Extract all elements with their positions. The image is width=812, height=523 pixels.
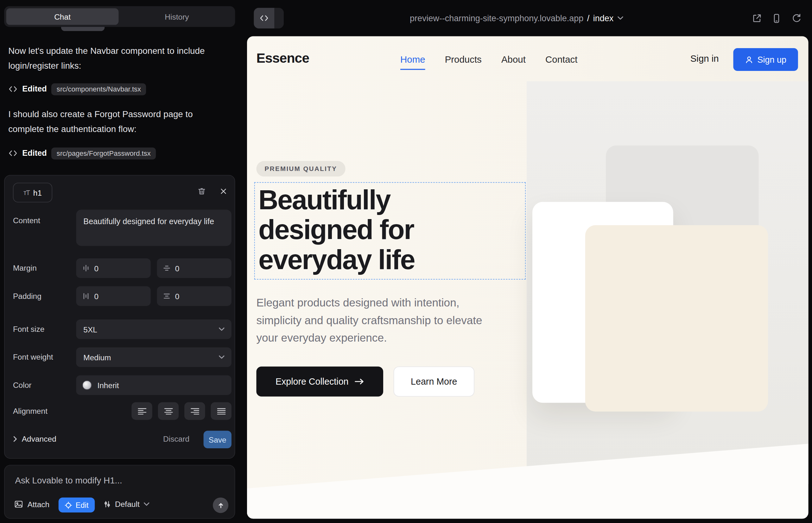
send-icon: [217, 502, 225, 509]
save-button[interactable]: Save: [204, 431, 231, 448]
content-label: Content: [13, 216, 40, 225]
selected-h1-outline[interactable]: Beautifully designed for everyday life: [254, 182, 526, 279]
color-select[interactable]: Inherit: [76, 376, 231, 395]
tab-history[interactable]: History: [121, 8, 233, 25]
element-tag: h1: [33, 188, 42, 197]
chevron-down-icon: [218, 327, 225, 331]
content-input[interactable]: Beautifully designed for everyday life: [76, 210, 231, 246]
chat-message: Now let's update the Navbar component to…: [8, 43, 205, 73]
trash-icon: [197, 186, 207, 196]
margin-vertical-icon: [82, 265, 90, 272]
sign-up-button[interactable]: Sign up: [733, 48, 798, 71]
chevron-down-icon: [143, 502, 149, 506]
site-preview: Essence Home Products About Contact Sign…: [247, 36, 809, 519]
code-toggle-track: [275, 8, 284, 29]
edited-file-row: Edited src/components/Navbar.tsx: [8, 82, 146, 96]
url-separator: /: [587, 13, 590, 23]
element-editor: тT h1 Content Beautifully designed for e…: [4, 175, 235, 459]
nav-link-products[interactable]: Products: [445, 54, 482, 65]
nav-link-about[interactable]: About: [501, 54, 526, 65]
font-weight-label: Font weight: [13, 353, 53, 362]
code-icon: [8, 148, 17, 158]
code-view-toggle[interactable]: [254, 8, 284, 29]
padding-horizontal-value: 0: [175, 292, 180, 301]
chat-message: I should also create a Forgot Password p…: [8, 107, 205, 137]
align-left-button[interactable]: [131, 402, 152, 420]
text-size-icon: тT: [23, 189, 30, 197]
padding-vertical-icon: [82, 292, 90, 300]
advanced-toggle[interactable]: Advanced: [13, 434, 56, 443]
site-logo[interactable]: Essence: [256, 50, 309, 67]
sliders-icon: [103, 500, 111, 508]
font-weight-select[interactable]: Medium: [76, 347, 231, 367]
explore-collection-label: Explore Collection: [276, 376, 349, 387]
margin-vertical-value: 0: [94, 264, 99, 273]
margin-horizontal-input[interactable]: 0: [157, 258, 231, 278]
edit-mode-button[interactable]: Edit: [58, 497, 95, 512]
padding-horizontal-input[interactable]: 0: [157, 286, 231, 306]
edited-file-row: Edited src/pages/ForgotPassword.tsx: [8, 147, 156, 160]
alignment-label: Alignment: [13, 407, 48, 415]
close-icon: [219, 186, 228, 195]
chevron-down-icon: [617, 16, 623, 20]
chat-history-tabbar: Chat History: [4, 6, 235, 27]
mobile-icon[interactable]: [771, 13, 782, 24]
margin-label: Margin: [13, 264, 37, 272]
default-label: Default: [115, 500, 140, 508]
sign-up-label: Sign up: [758, 55, 787, 65]
file-chip[interactable]: src/components/Navbar.tsx: [51, 83, 146, 95]
code-icon: [259, 14, 268, 23]
edited-label: Edited: [22, 148, 47, 158]
toolbar-actions: [752, 13, 802, 24]
delete-element-button[interactable]: [195, 185, 208, 197]
composer[interactable]: Ask Lovable to modify H1... Attach Edit …: [4, 465, 235, 519]
font-weight-value: Medium: [83, 353, 111, 362]
close-editor-button[interactable]: [217, 185, 229, 197]
attach-button[interactable]: Attach: [14, 500, 49, 509]
margin-vertical-input[interactable]: 0: [76, 258, 151, 278]
nav-links: Home Products About Contact: [400, 36, 577, 83]
align-justify-button[interactable]: [211, 402, 231, 420]
align-left-icon: [138, 408, 146, 414]
site-navbar: Essence Home Products About Contact Sign…: [247, 36, 809, 83]
hero-heading[interactable]: Beautifully designed for everyday life: [255, 183, 455, 275]
tab-chat[interactable]: Chat: [6, 8, 119, 25]
margin-horizontal-icon: [163, 265, 170, 272]
refresh-icon[interactable]: [791, 13, 801, 24]
hero-beige-card: [585, 225, 768, 412]
send-button[interactable]: [213, 497, 228, 513]
external-link-icon[interactable]: [752, 13, 762, 24]
url-page: index: [593, 13, 614, 23]
align-center-button[interactable]: [158, 402, 179, 420]
discard-button[interactable]: Discard: [163, 434, 189, 443]
chevron-down-icon: [218, 355, 225, 359]
padding-vertical-value: 0: [94, 292, 99, 301]
margin-horizontal-value: 0: [175, 264, 180, 273]
element-tag-pill[interactable]: тT h1: [13, 183, 52, 202]
model-default-select[interactable]: Default: [103, 500, 149, 508]
font-size-value: 5XL: [83, 325, 97, 334]
nav-link-contact[interactable]: Contact: [545, 54, 577, 65]
nav-link-home[interactable]: Home: [400, 54, 425, 70]
url-bar[interactable]: preview--charming-site-symphony.lovable.…: [283, 0, 749, 36]
explore-collection-button[interactable]: Explore Collection: [256, 366, 383, 397]
preview-toolbar: preview--charming-site-symphony.lovable.…: [247, 0, 812, 36]
advanced-label: Advanced: [22, 434, 56, 443]
attach-label: Attach: [28, 500, 50, 509]
color-swatch: [82, 381, 91, 390]
align-right-button[interactable]: [184, 402, 205, 420]
code-icon: [8, 85, 17, 94]
edit-label: Edit: [76, 501, 89, 509]
user-icon: [745, 56, 753, 64]
url-host: preview--charming-site-symphony.lovable.…: [410, 13, 583, 23]
composer-input[interactable]: Ask Lovable to modify H1...: [15, 476, 122, 486]
color-label: Color: [13, 381, 32, 390]
edit-target-icon: [65, 502, 72, 509]
padding-vertical-input[interactable]: 0: [76, 286, 151, 306]
font-size-select[interactable]: 5XL: [76, 320, 231, 339]
arrow-right-icon: [355, 378, 364, 385]
file-chip[interactable]: src/pages/ForgotPassword.tsx: [51, 147, 156, 159]
learn-more-button[interactable]: Learn More: [394, 366, 474, 397]
color-value: Inherit: [97, 381, 119, 390]
sign-in-link[interactable]: Sign in: [690, 53, 719, 64]
